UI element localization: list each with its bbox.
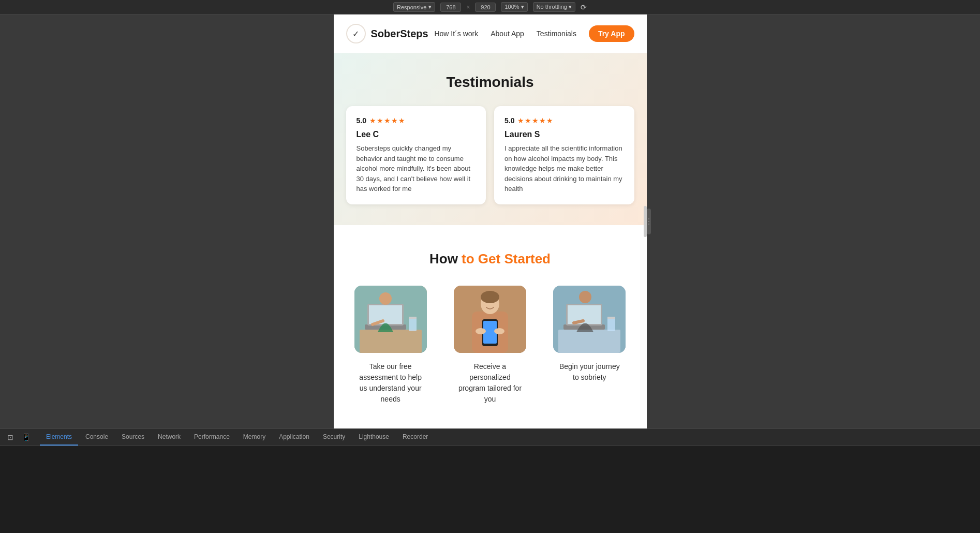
testimonials-grid: 5.0 ★★★★★ Lee C Sobersteps quickly chang… [346,106,634,204]
nav-links: How It´s work About App Testimonials Try… [434,25,634,42]
title-black: How [429,251,462,266]
tab-console[interactable]: Console [79,429,114,446]
cursor-icon[interactable]: ⊡ [5,429,16,446]
step-label-2: Receive a personalized program tailored … [456,361,524,405]
nav-about-app[interactable]: About App [491,29,524,38]
review-text-1: Sobersteps quickly changed my behavior a… [357,143,476,194]
rating-row-1: 5.0 ★★★★★ [357,116,476,125]
tab-sources[interactable]: Sources [115,429,151,446]
svg-point-25 [579,291,591,303]
svg-point-13 [481,291,499,303]
step-image-3 [553,286,626,353]
nav-how-it-works[interactable]: How It´s work [434,29,478,38]
stars-2: ★★★★★ [517,116,554,125]
responsive-label: Responsive [397,4,426,10]
svg-point-16 [476,328,486,334]
nav-try-app[interactable]: Try App [589,25,634,42]
svg-rect-23 [607,317,615,331]
stars-1: ★★★★★ [369,116,406,125]
rotate-icon[interactable]: ⟳ [581,3,587,11]
review-text-2: I appreciate all the scientific informat… [504,143,624,194]
step-image-1 [354,286,427,353]
logo: ✓ SoberSteps [346,24,428,43]
reviewer-name-2: Lauren S [504,130,624,139]
phone-icon[interactable]: 📱 [20,429,33,446]
devtools-tabs: ⊡ 📱 Elements Console Sources Network Per… [0,429,980,446]
svg-rect-19 [558,330,620,353]
step-item-1: Take our free assessment to help us unde… [346,286,435,405]
step-img-svg-3 [553,286,626,353]
throttle-selector[interactable]: No throttling ▾ [533,2,575,12]
devtools-panel: ⊡ 📱 Elements Console Sources Network Per… [0,428,980,533]
step-label-3: Begin your journey to sobriety [556,361,623,383]
right-gutter [647,14,981,428]
steps-grid: Take our free assessment to help us unde… [346,286,634,405]
testimonials-section: Testimonials 5.0 ★★★★★ Lee C Sobersteps … [334,53,647,225]
nav-testimonials[interactable]: Testimonials [537,29,576,38]
step-img-svg-1 [354,286,427,353]
devtools-tab-icons: ⊡ 📱 [5,429,33,446]
responsive-selector[interactable]: Responsive ▾ [393,2,435,12]
step-item-3: Begin your journey to sobriety [545,286,634,405]
tab-elements[interactable]: Elements [40,429,78,446]
rating-row-2: 5.0 ★★★★★ [504,116,624,125]
rating-number-1: 5.0 [357,116,366,125]
get-started-section: How to Get Started [334,225,647,425]
tab-application[interactable]: Application [273,429,316,446]
devtools-top-bar: Responsive ▾ × 100% ▾ No throttling ▾ ⟳ [0,0,980,14]
svg-point-7 [379,292,392,305]
step-label-1: Take our free assessment to help us unde… [357,361,424,405]
svg-rect-4 [369,305,402,324]
rating-number-2: 5.0 [504,116,514,125]
tab-security[interactable]: Security [317,429,351,446]
svg-rect-5 [409,317,417,331]
step-image-2 [454,286,526,353]
get-started-title: How to Get Started [346,251,634,267]
svg-rect-6 [409,317,417,319]
svg-point-17 [494,328,504,334]
app-viewport: ✓ SoberSteps How It´s work About App Tes… [334,14,647,428]
resize-handle[interactable] [647,209,651,234]
tab-network[interactable]: Network [152,429,187,446]
logo-icon: ✓ [346,24,366,43]
logo-text: SoberSteps [371,28,428,40]
devtools-content [0,446,980,533]
svg-rect-24 [607,317,615,319]
tab-performance[interactable]: Performance [188,429,236,446]
left-gutter [0,14,334,428]
tab-memory[interactable]: Memory [237,429,272,446]
step-item-2: Receive a personalized program tailored … [446,286,534,405]
zoom-selector[interactable]: 100% ▾ [501,2,527,12]
tab-recorder[interactable]: Recorder [396,429,434,446]
width-input[interactable] [440,3,461,12]
step-img-svg-2 [454,286,526,353]
testimonial-card-1: 5.0 ★★★★★ Lee C Sobersteps quickly chang… [346,106,486,204]
svg-rect-1 [360,330,422,353]
testimonial-card-2: 5.0 ★★★★★ Lauren S I appreciate all the … [494,106,634,204]
title-orange: to Get Started [462,251,551,266]
height-input[interactable] [475,3,496,12]
tab-lighthouse[interactable]: Lighthouse [352,429,395,446]
testimonials-title: Testimonials [346,74,634,91]
reviewer-name-1: Lee C [357,130,476,139]
navbar: ✓ SoberSteps How It´s work About App Tes… [334,14,647,53]
